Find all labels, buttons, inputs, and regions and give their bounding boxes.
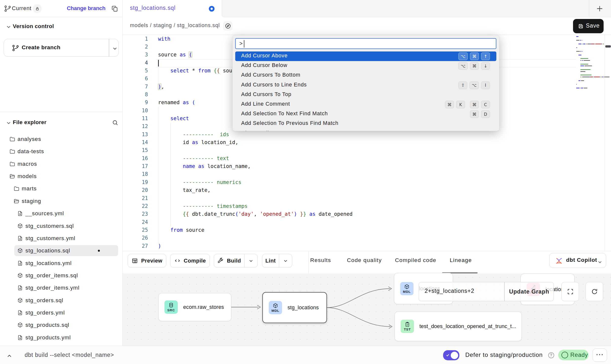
preview-button[interactable]: Preview xyxy=(128,254,166,267)
lineage-node-ecom-raw-stores[interactable]: SRCecom.raw_stores xyxy=(158,293,231,321)
tree-item-stg-customers-sql[interactable]: stg_customers.sql xyxy=(0,220,122,232)
compile-button[interactable]: Compile xyxy=(170,254,210,267)
command-label: Add Cursors To Bottom xyxy=(241,72,300,78)
tree-item-stg-locations-yml[interactable]: stg_locations.yml xyxy=(0,257,122,269)
lineage-panel[interactable]: SRCecom.raw_storesMDLstg_locationsMDLloc… xyxy=(123,273,611,346)
keycap: ⇧ xyxy=(458,82,467,89)
dbt-command-input[interactable]: dbt build --select <model_name> xyxy=(25,352,114,358)
main-area: models / staging / stg_locations.sql 123… xyxy=(123,0,611,346)
tree-item-staging[interactable]: staging xyxy=(0,195,122,207)
create-branch-button[interactable]: Create branch xyxy=(4,39,119,57)
update-graph-button[interactable]: Update Graph xyxy=(504,282,554,301)
tree-item-stg-orders-yml[interactable]: stg_orders.yml xyxy=(0,307,122,319)
code-line-14: id as location_id, xyxy=(158,139,238,145)
refresh-icon xyxy=(591,288,598,295)
code-icon xyxy=(174,257,181,264)
tree-item-stg-order-items-yml[interactable]: stg_order_items.yml xyxy=(0,282,122,294)
lint-dropdown[interactable] xyxy=(279,254,292,267)
change-branch-link[interactable]: Change branch xyxy=(67,5,106,12)
doc-icon xyxy=(17,210,23,216)
minimap-line xyxy=(581,88,583,88)
preview-main[interactable]: Preview xyxy=(128,254,166,267)
pane-tab-lineage[interactable]: Lineage xyxy=(450,257,472,264)
new-tab-button[interactable] xyxy=(595,4,604,13)
text-caret xyxy=(244,40,244,48)
minimap-border xyxy=(605,35,605,251)
tree-item-models[interactable]: models xyxy=(0,170,122,182)
pane-tab-code-quality[interactable]: Code quality xyxy=(347,257,382,264)
scrollbar-thumb[interactable] xyxy=(605,45,611,48)
file-navigate-chip[interactable] xyxy=(223,21,233,31)
chevron-down-icon[interactable] xyxy=(112,45,118,52)
tree-item-marts[interactable]: marts xyxy=(0,182,122,195)
tree-item-macros[interactable]: macros xyxy=(0,158,122,170)
tree-item-analyses[interactable]: analyses xyxy=(0,133,122,145)
editor-minimap[interactable] xyxy=(576,35,605,251)
fullscreen-button[interactable] xyxy=(561,282,579,301)
tree-item-stg-locations-sql[interactable]: stg_locations.sql xyxy=(0,245,122,257)
dbt-copilot-button[interactable]: dbt Copilot xyxy=(549,253,606,268)
compile-main[interactable]: Compile xyxy=(170,254,210,267)
minimap-line xyxy=(580,69,591,70)
tree-item-stg-orders-sql[interactable]: stg_orders.sql xyxy=(0,294,122,307)
unsaved-changes-dot xyxy=(209,6,215,12)
sidebar: Current Change branch Version control Cr… xyxy=(0,0,123,346)
lineage-node-stg-locations[interactable]: MDLstg_locations xyxy=(262,292,327,323)
command-item-add-selection-to-next-find-match[interactable]: Add Selection To Next Find Match⌘D xyxy=(235,109,496,119)
refresh-button[interactable] xyxy=(586,282,603,301)
command-item-change-all-occurrences[interactable]: Change All Occurrences xyxy=(235,129,496,131)
tab-stg-locations-sql[interactable]: stg_locations.sql xyxy=(123,0,222,17)
command-item-add-cursors-to-line-ends[interactable]: Add Cursors to Line Ends⇧⌥I xyxy=(235,81,496,90)
command-item-add-selection-to-previous-find-match[interactable]: Add Selection To Previous Find Match xyxy=(235,119,496,129)
command-item-add-cursors-to-bottom[interactable]: Add Cursors To Bottom xyxy=(235,71,496,80)
keycap: ⌘ xyxy=(470,110,479,118)
shortcut-keys: ⌘K⌘C xyxy=(445,101,490,108)
code-line-13: ---------- ids xyxy=(158,132,229,137)
tree-item-stg-customers-yml[interactable]: stg_customers.yml xyxy=(0,232,122,245)
tree-item-stg-products-yml[interactable]: stg_products.yml xyxy=(0,331,122,344)
lint-main[interactable]: Lint xyxy=(262,254,279,267)
more-options-button[interactable]: ⋯ xyxy=(593,348,607,362)
build-main[interactable]: Build xyxy=(214,254,244,267)
pane-tab-results[interactable]: Results xyxy=(310,257,331,264)
build-dropdown[interactable] xyxy=(245,254,257,267)
pane-tab-compiled-code[interactable]: Compiled code xyxy=(395,257,436,264)
copy-branch-icon[interactable] xyxy=(111,5,118,12)
tree-item-stg-order-items-sql[interactable]: stg_order_items.sql xyxy=(0,269,122,282)
chevron-down-icon xyxy=(5,120,12,126)
tree-item-stg-products-sql[interactable]: stg_products.sql xyxy=(0,319,122,331)
minimap-line xyxy=(578,44,582,44)
minimap-line xyxy=(602,44,602,44)
dbt-copilot-label: dbt Copilot xyxy=(566,257,597,263)
file-tree: analysesdata-testsmacrosmodelsmartsstagi… xyxy=(0,133,122,345)
shortcut-keys: ⌥⌘↓ xyxy=(458,62,490,70)
lint-button[interactable]: Lint xyxy=(262,254,292,267)
command-item-add-cursors-to-top[interactable]: Add Cursors To Top xyxy=(235,90,496,100)
line-number: 10 xyxy=(128,108,148,114)
chevron-down-icon xyxy=(283,258,288,264)
keycap: ⌥ xyxy=(458,62,468,70)
tree-item-data-tests[interactable]: data-tests xyxy=(0,145,122,158)
cube-icon xyxy=(272,303,278,309)
command-item-add-cursor-below[interactable]: Add Cursor Below⌥⌘↓ xyxy=(235,61,496,71)
build-button[interactable]: Build xyxy=(214,254,258,267)
lineage-selector-input[interactable]: 2+stg_locations+2 xyxy=(425,288,474,294)
create-branch-label: Create branch xyxy=(22,44,60,51)
command-item-add-line-comment[interactable]: Add Line Comment⌘K⌘C xyxy=(235,100,496,109)
tree-item--sources-yml[interactable]: __sources.yml xyxy=(0,207,122,220)
expand-panel-chevron[interactable] xyxy=(6,352,13,359)
line-number: 8 xyxy=(128,92,148,98)
keycap: K xyxy=(456,101,465,108)
command-item-add-cursor-above[interactable]: Add Cursor Above⌥⌘↑ xyxy=(235,51,496,61)
help-icon[interactable]: ? xyxy=(548,352,555,359)
search-icon[interactable] xyxy=(112,119,119,126)
lineage-node-test-does-location-opened-at-trunc-t-[interactable]: TSTtest_does_location_opened_at_trunc_t.… xyxy=(395,312,522,341)
line-number: 6 xyxy=(128,76,148,82)
lineage-search-bar[interactable]: 2+stg_locations+2 Update Graph xyxy=(419,282,554,301)
doc-icon xyxy=(17,235,23,241)
command-label: Add Cursors To Top xyxy=(241,91,291,98)
section-divider xyxy=(0,112,122,112)
defer-toggle[interactable] xyxy=(443,350,459,360)
save-button[interactable]: Save xyxy=(573,19,604,33)
command-input[interactable]: > xyxy=(235,38,496,49)
